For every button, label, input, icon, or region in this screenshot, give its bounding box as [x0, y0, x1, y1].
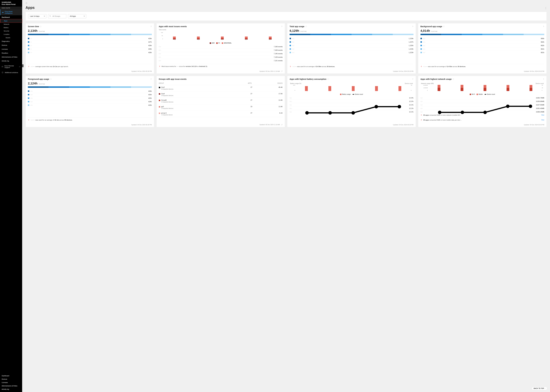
- brand-line1: SAMSUNG: [2, 1, 21, 3]
- search-icon: [49, 15, 51, 17]
- info-icon[interactable]: [40, 26, 42, 27]
- svg-point-17: [29, 119, 29, 120]
- list-item[interactable]: ·····1,223h: [289, 47, 413, 51]
- sidebar-item-resellers[interactable]: Resellers: [0, 51, 22, 55]
- home-icon[interactable]: [26, 2, 28, 4]
- nav-additional[interactable]: Additional solutions: [0, 70, 22, 75]
- nav-product-kai[interactable]: Knox Asset Intelligence: [0, 9, 22, 15]
- info-icon[interactable]: [452, 78, 454, 80]
- group-row[interactable]: Grp28 Impacted devices2745.4K: [159, 85, 283, 91]
- svg-rect-3: [2, 67, 2, 67]
- group-table-header: GROUP APPS ISSUES: [159, 82, 283, 85]
- sidebar-item-diagnostics[interactable]: Diagnostics: [0, 39, 22, 43]
- pin-icon: [28, 66, 29, 67]
- card-footer: Updated: 05 Dec 2024 11:10 AM: [157, 70, 285, 73]
- sidebar-item-devices[interactable]: Devices: [0, 43, 22, 47]
- list-item[interactable]: ·····806h: [420, 37, 544, 40]
- list-item[interactable]: ···427h: [28, 40, 152, 44]
- group-search[interactable]: All Groups: [48, 14, 66, 18]
- svg-point-10: [29, 66, 29, 67]
- list-item[interactable]: ·····423h: [28, 104, 152, 107]
- sidebar-footer: DashboardDevicesLicensesAdministrators &…: [0, 373, 22, 392]
- group-row[interactable]: GroupB2 Impacted devices2711.6K: [159, 98, 283, 104]
- list-item[interactable]: ·····1,229h: [289, 37, 413, 40]
- card-title: Groups with app issue events: [159, 78, 187, 80]
- sidebar-item-battery[interactable]: Battery: [0, 26, 22, 29]
- issues-stacked-chart: 10K5K0 ·························: [160, 32, 282, 42]
- list-item[interactable]: ·····801h: [420, 51, 544, 54]
- nav-section-dashboard[interactable]: Dashboard: [0, 15, 22, 19]
- card-expand-button[interactable]: [281, 26, 282, 28]
- sidebar-item-administrators-roles[interactable]: Administrators & Roles: [0, 55, 22, 59]
- group-row[interactable]: group A1 Impacted device276.1K: [159, 111, 283, 117]
- footer-link-administrators-roles[interactable]: Administrators & Roles: [2, 384, 21, 387]
- card-expand-button[interactable]: [412, 78, 413, 80]
- runtime-label: RUNTIME: [39, 31, 45, 32]
- svg-point-11: [159, 66, 160, 67]
- sidebar-item-assets[interactable]: Assets: [0, 36, 22, 39]
- sidebar-item-security[interactable]: Security: [0, 29, 22, 33]
- list-item[interactable]: ·····802h: [420, 40, 544, 44]
- card-expand-button[interactable]: [150, 78, 152, 80]
- card-footer: Updated: 04 Dec 2024 05:30 PM: [26, 70, 154, 73]
- list-item[interactable]: ·····7,168 events: [159, 49, 283, 52]
- sidebar-item-activity-log[interactable]: Activity log: [0, 59, 22, 63]
- info-icon[interactable]: [50, 78, 52, 80]
- list-item[interactable]: ···428h: [28, 37, 152, 40]
- list-item[interactable]: ·····424h: [28, 100, 152, 104]
- list-item[interactable]: ·····1,223h: [289, 51, 413, 54]
- card-insight: ·········· was used for an average of 1h…: [28, 118, 152, 122]
- refresh-icon[interactable]: [281, 124, 282, 126]
- list-item[interactable]: ·····425h: [28, 97, 152, 100]
- nav-other: DiagnosticsDevicesLicensesResellersAdmin…: [0, 39, 22, 63]
- list-item[interactable]: ·····1,225h: [289, 44, 413, 47]
- sidebar-item-licenses[interactable]: Licenses: [0, 47, 22, 51]
- nav-knox-remote[interactable]: Knox Remote Support: [0, 64, 22, 70]
- list-item[interactable]: ···426h: [28, 51, 152, 54]
- footer-link-devices[interactable]: Devices: [2, 378, 21, 381]
- apps-select[interactable]: All Apps: [68, 14, 86, 18]
- list-item[interactable]: ·····1,227h: [289, 40, 413, 44]
- card-footer: Updated: 05 Dec 2024 11:10 AM: [157, 123, 285, 127]
- sidebar-item-network[interactable]: Network: [0, 22, 22, 26]
- sidebar-item-location[interactable]: Location: [0, 33, 22, 36]
- refresh-icon[interactable]: [281, 70, 282, 72]
- page-menu-button[interactable]: [545, 7, 546, 10]
- card-expand-button[interactable]: [412, 26, 413, 28]
- kebab-icon: [545, 7, 546, 9]
- info-icon[interactable]: [305, 26, 307, 27]
- list-item[interactable]: ···426h: [28, 47, 152, 51]
- footer-link-licenses[interactable]: Licenses: [2, 381, 21, 384]
- shield-icon: [2, 72, 3, 73]
- back-to-top-button[interactable]: BACK TO TOP ↑: [532, 387, 547, 390]
- list-item[interactable]: ·····7,139 events: [159, 56, 283, 59]
- card-insight: ·········· was used for an average of 1h…: [420, 64, 544, 69]
- main[interactable]: Apps Last 14 days All Groups All Apps Sc…: [22, 0, 550, 392]
- list-item[interactable]: ·····7,145 events: [159, 52, 283, 56]
- info-icon[interactable]: [327, 78, 329, 80]
- card-insight: Most issue events for ····· occur for ve…: [159, 64, 283, 69]
- list-item[interactable]: ·····425h: [28, 93, 152, 97]
- footer-link-activity-log[interactable]: Activity log: [2, 387, 21, 391]
- svg-point-13: [290, 66, 291, 67]
- total-usage-value: 6,129h: [289, 29, 299, 33]
- group-row[interactable]: gp32 Impacted devices2311.6K: [159, 104, 283, 111]
- external-link-icon: [19, 66, 21, 68]
- card-expand-button[interactable]: [543, 78, 544, 80]
- group-row[interactable]: Grp43 Impacted devices2717.5K: [159, 91, 283, 98]
- list-item[interactable]: ·····801h: [420, 47, 544, 51]
- footer-link-dashboard[interactable]: Dashboard: [2, 374, 21, 378]
- list-item[interactable]: ·····7,131 events: [159, 59, 283, 62]
- card-expand-button[interactable]: [543, 26, 544, 28]
- list-item[interactable]: ·····7,190 events: [159, 45, 283, 49]
- info-icon[interactable]: [443, 26, 445, 27]
- list-item[interactable]: ·····426h: [28, 90, 152, 93]
- breadcrumb: [22, 0, 550, 4]
- date-range-select[interactable]: Last 14 days: [28, 14, 46, 18]
- sidebar-item-apps[interactable]: Apps: [0, 19, 22, 22]
- list-item[interactable]: ···426h: [28, 44, 152, 47]
- card-expand-button[interactable]: [150, 26, 152, 28]
- list-item[interactable]: ·····802h: [420, 44, 544, 47]
- svg-rect-1: [3, 12, 3, 13]
- card-groups-issues: Groups with app issue events GROUP APPS …: [156, 76, 285, 127]
